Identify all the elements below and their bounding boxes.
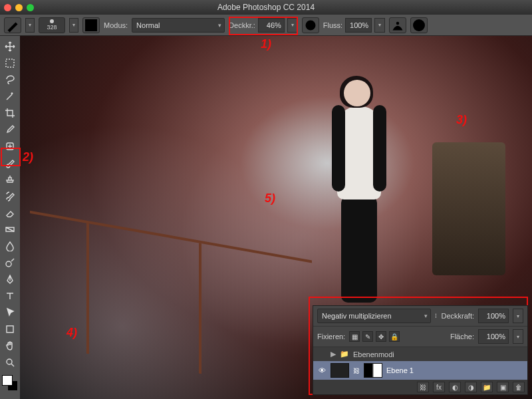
pen-tool[interactable] <box>1 271 19 287</box>
layer-opacity-value: 100% <box>487 312 505 320</box>
flow-input[interactable]: 100% <box>345 18 372 33</box>
lock-pixels-icon[interactable]: ✎ <box>362 331 373 342</box>
flow-group: Fluss: 100% ▾ <box>323 18 385 33</box>
layers-panel-buttons: ⛓ fx ◐ ◑ 📁 ▣ 🗑 <box>313 380 527 394</box>
tool-preset-chevron-icon[interactable]: ▾ <box>25 18 35 33</box>
svg-point-10 <box>7 359 12 364</box>
mode-label: Modus: <box>104 21 128 29</box>
annotation-3: 3) <box>456 113 467 127</box>
zoom-tool[interactable] <box>1 354 19 370</box>
magic-wand-tool[interactable] <box>1 88 19 104</box>
adjustment-layer-button[interactable]: ◑ <box>465 382 477 392</box>
blend-mode-value: Normal <box>136 21 160 29</box>
minimize-window-button[interactable] <box>15 4 23 11</box>
fill-flyout-icon[interactable]: ▾ <box>513 329 523 344</box>
visibility-toggle-icon[interactable]: 👁 <box>317 366 327 374</box>
svg-point-2 <box>396 21 400 25</box>
move-tool[interactable] <box>1 39 19 55</box>
layer-thumbnail[interactable] <box>331 363 349 378</box>
lock-icons: ▦ ✎ ✥ 🔒 <box>349 331 400 342</box>
brush-panel-toggle[interactable] <box>82 17 100 33</box>
layer-blend-mode-select[interactable]: Negativ multiplizieren <box>317 309 431 323</box>
disclosure-triangle-icon[interactable]: ▶ <box>331 350 336 358</box>
fill-label: Fläche: <box>450 332 474 340</box>
foreground-color-swatch[interactable] <box>2 375 13 386</box>
layer-group-row[interactable]: ▶ 📁 Ebenenmodi <box>313 347 527 361</box>
dodge-tool[interactable] <box>1 255 19 271</box>
crop-tool[interactable] <box>1 105 19 121</box>
tool-preset-picker[interactable] <box>4 17 21 33</box>
flow-value: 100% <box>350 21 368 29</box>
canvas-image <box>317 80 397 306</box>
new-group-button[interactable]: 📁 <box>481 382 493 392</box>
brush-preset-picker[interactable]: 328 <box>39 17 65 33</box>
flow-label: Fluss: <box>323 21 342 29</box>
flow-flyout-icon[interactable]: ▾ <box>374 18 385 33</box>
close-window-button[interactable] <box>4 4 11 11</box>
blend-mode-select[interactable]: Normal <box>132 18 225 33</box>
delete-layer-button[interactable]: 🗑 <box>513 382 525 392</box>
window-title: Adobe Photoshop CC 2014 <box>217 3 315 12</box>
tool-panel <box>0 36 20 399</box>
window-controls <box>4 4 34 11</box>
lock-label: Fixieren: <box>317 332 345 340</box>
layer-name[interactable]: Ebene 1 <box>386 366 414 374</box>
svg-point-4 <box>417 23 421 27</box>
link-icon[interactable]: ⛓ <box>353 367 360 374</box>
pressure-opacity-toggle[interactable] <box>302 17 319 33</box>
layer-opacity-input[interactable]: 100% <box>478 309 509 323</box>
eraser-tool[interactable] <box>1 205 19 221</box>
pressure-size-toggle[interactable] <box>410 17 428 33</box>
lock-position-icon[interactable]: ✥ <box>376 331 386 342</box>
annotation-1: 1) <box>261 37 271 51</box>
type-tool[interactable] <box>1 288 19 304</box>
annotation-2: 2) <box>23 150 33 164</box>
svg-point-1 <box>305 20 315 30</box>
annotation-box-2 <box>1 148 21 166</box>
blur-tool[interactable] <box>1 238 19 254</box>
clone-stamp-tool[interactable] <box>1 172 19 188</box>
layer-style-button[interactable]: fx <box>433 382 445 392</box>
layer-opacity-flyout-icon[interactable]: ▾ <box>513 309 523 323</box>
lock-all-icon[interactable]: 🔒 <box>389 331 400 342</box>
eyedropper-tool[interactable] <box>1 122 19 138</box>
layer-mask-button[interactable]: ◐ <box>449 382 461 392</box>
layer-row[interactable]: 👁 ⛓ Ebene 1 <box>313 361 527 380</box>
window-titlebar: Adobe Photoshop CC 2014 <box>0 0 532 15</box>
layer-opacity-label: Deckkraft: <box>441 312 474 320</box>
path-select-tool[interactable] <box>1 305 19 321</box>
annotation-box-1 <box>229 17 298 35</box>
layers-panel: Negativ multiplizieren ⁞ Deckkraft: 100%… <box>313 305 528 395</box>
fill-input[interactable]: 100% <box>478 329 509 344</box>
updown-icon[interactable]: ⁞ <box>435 313 437 319</box>
link-layers-button[interactable]: ⛓ <box>417 382 429 392</box>
history-brush-tool[interactable] <box>1 188 19 204</box>
layer-group-name: Ebenenmodi <box>353 350 394 358</box>
svg-rect-9 <box>7 326 13 332</box>
marquee-tool[interactable] <box>1 55 19 71</box>
lock-transparency-icon[interactable]: ▦ <box>349 331 360 342</box>
shape-tool[interactable] <box>1 321 19 337</box>
layer-mask-thumbnail[interactable] <box>364 363 382 378</box>
zoom-window-button[interactable] <box>27 4 34 11</box>
gradient-tool[interactable] <box>1 221 19 237</box>
color-swatch[interactable] <box>2 375 18 391</box>
lasso-tool[interactable] <box>1 72 19 88</box>
folder-icon: 📁 <box>340 350 349 358</box>
layer-blend-mode-value: Negativ multiplizieren <box>322 312 392 320</box>
brush-size-value: 328 <box>47 24 57 31</box>
hand-tool[interactable] <box>1 338 19 354</box>
annotation-5: 5) <box>265 192 275 205</box>
annotation-4: 4) <box>66 326 77 340</box>
airbrush-toggle[interactable] <box>389 17 406 33</box>
svg-point-8 <box>6 261 11 267</box>
fill-value: 100% <box>487 332 505 340</box>
svg-rect-5 <box>6 59 14 67</box>
new-layer-button[interactable]: ▣ <box>497 382 509 392</box>
brush-preset-chevron-icon[interactable]: ▾ <box>69 18 78 33</box>
canvas-image <box>432 142 505 275</box>
svg-rect-0 <box>85 19 97 31</box>
